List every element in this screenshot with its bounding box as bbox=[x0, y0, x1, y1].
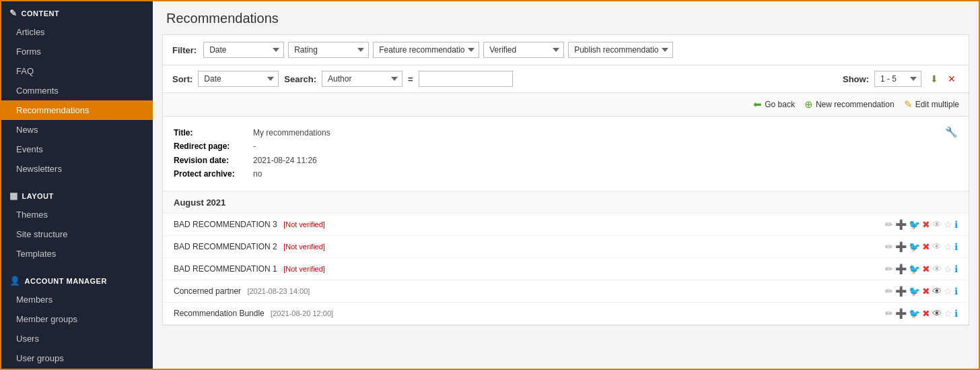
rec-title-5: Recommendation Bundle [2021-08-20 12:00] bbox=[174, 309, 885, 318]
sidebar-item-members[interactable]: Members bbox=[1, 290, 153, 309]
table-row: Recommendation Bundle [2021-08-20 12:00]… bbox=[163, 303, 969, 325]
rec-date-badge-5: [2021-08-20 12:00] bbox=[271, 309, 333, 317]
edit-multiple-button[interactable]: ✎ Edit multiple bbox=[904, 98, 959, 111]
info-icon-4[interactable]: ℹ bbox=[954, 286, 958, 297]
sidebar-item-user-groups[interactable]: User groups bbox=[1, 348, 153, 368]
new-recommendation-icon: ⊕ bbox=[804, 98, 813, 111]
eye-icon-1[interactable]: 👁 bbox=[932, 219, 942, 230]
bird-icon-1[interactable]: 🐦 bbox=[909, 219, 920, 230]
table-row: BAD RECOMMENDATION 2 [Not verified] ✏ ➕ … bbox=[163, 236, 969, 258]
not-verified-badge-1: [Not verified] bbox=[283, 220, 325, 228]
eye-icon-2[interactable]: 👁 bbox=[932, 241, 942, 252]
account-section-header: 👤 ACCOUNT MANAGER bbox=[1, 269, 153, 290]
content-section-header: ✎ CONTENT bbox=[1, 1, 153, 22]
sort-select[interactable]: Date bbox=[198, 71, 279, 87]
info-card-edit-icon[interactable]: 🔧 bbox=[945, 126, 958, 138]
edit-icon-3[interactable]: ✏ bbox=[885, 264, 893, 274]
sort-bar: Sort: Date Search: Author = Show: 1 - 5 … bbox=[163, 65, 969, 93]
sidebar-item-articles[interactable]: Articles bbox=[1, 22, 153, 42]
delete-icon-4[interactable]: ✖ bbox=[922, 286, 930, 297]
sidebar-item-comments[interactable]: Comments bbox=[1, 81, 153, 100]
delete-icon-3[interactable]: ✖ bbox=[922, 264, 930, 274]
info-icon-1[interactable]: ℹ bbox=[954, 219, 958, 230]
filter-verified-select[interactable]: Verified bbox=[483, 42, 564, 58]
delete-icon-2[interactable]: ✖ bbox=[922, 241, 930, 252]
info-icon-3[interactable]: ℹ bbox=[954, 264, 958, 274]
search-label: Search: bbox=[284, 74, 316, 84]
account-icon: 👤 bbox=[9, 276, 21, 286]
sidebar-item-templates[interactable]: Templates bbox=[1, 244, 153, 264]
add-icon-4[interactable]: ➕ bbox=[895, 286, 907, 297]
filter-date-select[interactable]: Date bbox=[203, 42, 284, 58]
sidebar: ✎ CONTENT Articles Forms FAQ Comments Re… bbox=[1, 1, 153, 369]
add-icon-2[interactable]: ➕ bbox=[895, 241, 907, 252]
sidebar-item-users[interactable]: Users bbox=[1, 329, 153, 348]
sidebar-item-member-groups[interactable]: Member groups bbox=[1, 309, 153, 329]
filter-publish-select[interactable]: Publish recommendatio bbox=[568, 42, 673, 58]
sidebar-item-news[interactable]: News bbox=[1, 120, 153, 140]
sidebar-item-newsletters[interactable]: Newsletters bbox=[1, 159, 153, 179]
info-icon-2[interactable]: ℹ bbox=[954, 241, 958, 252]
info-icon-5[interactable]: ℹ bbox=[954, 308, 958, 319]
rec-title-4: Concerned partner [2021-08-23 14:00] bbox=[174, 286, 885, 296]
rec-icons-1: ✏ ➕ 🐦 ✖ 👁 ☆ ℹ bbox=[885, 219, 958, 230]
filter-clear-icon[interactable]: ✕ bbox=[944, 71, 959, 86]
sidebar-item-recommendations[interactable]: Recommendations bbox=[1, 100, 153, 120]
delete-icon-1[interactable]: ✖ bbox=[922, 219, 930, 230]
edit-icon-2[interactable]: ✏ bbox=[885, 241, 893, 252]
action-bar: ⬅ Go back ⊕ New recommendation ✎ Edit mu… bbox=[163, 93, 969, 117]
go-back-button[interactable]: ⬅ Go back bbox=[753, 98, 795, 111]
eye-icon-3[interactable]: 👁 bbox=[932, 264, 942, 274]
sort-label: Sort: bbox=[172, 74, 193, 84]
edit-icon-1[interactable]: ✏ bbox=[885, 219, 893, 230]
rec-icons-5: ✏ ➕ 🐦 ✖ 👁 ☆ ℹ bbox=[885, 308, 958, 319]
edit-icon-4[interactable]: ✏ bbox=[885, 286, 893, 297]
show-select[interactable]: 1 - 5 bbox=[874, 71, 921, 87]
protect-label: Protect archive: bbox=[174, 167, 248, 181]
add-icon-1[interactable]: ➕ bbox=[895, 219, 907, 230]
edit-icon-5[interactable]: ✏ bbox=[885, 308, 893, 319]
sidebar-item-forms[interactable]: Forms bbox=[1, 42, 153, 61]
not-verified-badge-3: [Not verified] bbox=[283, 265, 325, 273]
sidebar-item-events[interactable]: Events bbox=[1, 140, 153, 159]
sidebar-item-site-structure[interactable]: Site structure bbox=[1, 224, 153, 244]
filter-apply-icon[interactable]: ⬇ bbox=[927, 71, 942, 86]
search-field-select[interactable]: Author bbox=[322, 71, 403, 87]
filter-bar: Filter: Date Rating Feature recommendati… bbox=[163, 35, 969, 65]
equals-sign: = bbox=[408, 74, 413, 84]
search-input[interactable] bbox=[419, 71, 513, 87]
star-icon-4[interactable]: ☆ bbox=[944, 286, 952, 297]
redirect-value: - bbox=[253, 140, 256, 153]
add-icon-3[interactable]: ➕ bbox=[895, 264, 907, 274]
bird-icon-5[interactable]: 🐦 bbox=[909, 308, 920, 319]
eye-icon-5[interactable]: 👁 bbox=[932, 308, 942, 319]
rec-date-badge-4: [2021-08-23 14:00] bbox=[247, 287, 310, 295]
add-icon-5[interactable]: ➕ bbox=[895, 308, 907, 319]
rec-icons-3: ✏ ➕ 🐦 ✖ 👁 ☆ ℹ bbox=[885, 264, 958, 274]
bird-icon-4[interactable]: 🐦 bbox=[909, 286, 920, 297]
eye-icon-4[interactable]: 👁 bbox=[932, 286, 942, 297]
filter-feature-select[interactable]: Feature recommendatio bbox=[373, 42, 479, 58]
show-label: Show: bbox=[843, 74, 869, 84]
recommendations-section-header: August 2021 bbox=[163, 191, 969, 214]
star-icon-1[interactable]: ☆ bbox=[944, 219, 952, 230]
rec-icons-2: ✏ ➕ 🐦 ✖ 👁 ☆ ℹ bbox=[885, 241, 958, 252]
filter-rating-select[interactable]: Rating bbox=[288, 42, 369, 58]
main-content: Recommendations Filter: Date Rating Feat… bbox=[153, 1, 979, 369]
title-value: My recommendations bbox=[253, 126, 330, 140]
rec-icons-4: ✏ ➕ 🐦 ✖ 👁 ☆ ℹ bbox=[885, 286, 958, 297]
bird-icon-3[interactable]: 🐦 bbox=[909, 264, 920, 274]
table-row: Concerned partner [2021-08-23 14:00] ✏ ➕… bbox=[163, 280, 969, 303]
star-icon-2[interactable]: ☆ bbox=[944, 241, 952, 252]
sidebar-item-faq[interactable]: FAQ bbox=[1, 61, 153, 81]
sidebar-item-themes[interactable]: Themes bbox=[1, 205, 153, 224]
delete-icon-5[interactable]: ✖ bbox=[922, 308, 930, 319]
table-row: BAD RECOMMENDATION 1 [Not verified] ✏ ➕ … bbox=[163, 258, 969, 280]
rec-title-3: BAD RECOMMENDATION 1 [Not verified] bbox=[174, 264, 885, 274]
page-title: Recommendations bbox=[153, 1, 979, 34]
new-recommendation-button[interactable]: ⊕ New recommendation bbox=[804, 98, 895, 111]
star-icon-3[interactable]: ☆ bbox=[944, 264, 952, 274]
bird-icon-2[interactable]: 🐦 bbox=[909, 241, 920, 252]
filter-label: Filter: bbox=[172, 45, 197, 55]
star-icon-5[interactable]: ☆ bbox=[944, 308, 952, 319]
